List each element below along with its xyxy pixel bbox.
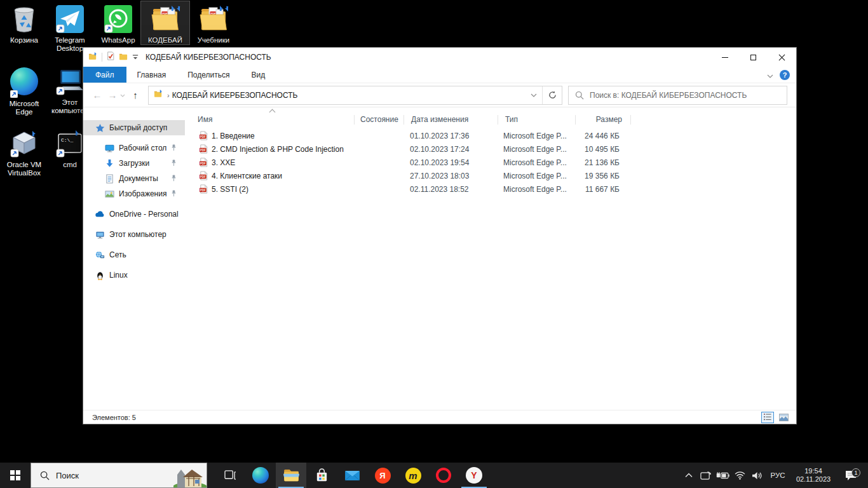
tab-home[interactable]: Главная <box>126 67 177 83</box>
tab-file[interactable]: Файл <box>83 67 126 83</box>
action-center-button[interactable]: 1 <box>837 470 864 481</box>
desktop-icon-whatsapp[interactable]: WhatsApp <box>94 4 142 44</box>
taskbar-explorer-button[interactable] <box>276 463 306 488</box>
ribbon-collapse-icon[interactable] <box>767 69 773 81</box>
cmd-prompt-art: C:\_ <box>61 137 73 143</box>
taskbar-store-button[interactable] <box>306 463 337 488</box>
column-headers: Имя Состояние Дата изменения Тип Размер <box>191 112 791 126</box>
column-header-status[interactable]: Состояние <box>355 115 403 124</box>
file-type: Microsoft Edge P... <box>496 172 573 180</box>
taskbar-opera-button[interactable] <box>428 463 459 488</box>
tray-expand-icon[interactable] <box>681 463 696 488</box>
nav-desktop[interactable]: Рабочий стол <box>83 140 185 156</box>
back-button[interactable]: ← <box>90 90 105 100</box>
qa-properties-icon[interactable] <box>106 51 115 63</box>
wifi-icon[interactable] <box>732 463 748 488</box>
explorer-window: КОДЕБАЙ КИБЕРБЕЗОПАСНОСТЬ Файл Главная П… <box>83 47 797 424</box>
column-header-size[interactable]: Размер <box>576 115 630 124</box>
tab-share[interactable]: Поделиться <box>177 67 240 83</box>
nav-onedrive[interactable]: OneDrive - Personal <box>83 207 185 222</box>
yandex-browser-icon: Y <box>466 467 482 484</box>
nav-linux[interactable]: Linux <box>83 268 185 283</box>
desktop-icon-label: Корзина <box>0 36 48 44</box>
desktop-icon-recycle-bin[interactable]: Корзина <box>0 4 48 44</box>
close-button[interactable] <box>768 48 796 67</box>
file-row[interactable]: 1. Введение 01.10.2023 17:36 Microsoft E… <box>191 129 791 142</box>
display-sync-icon[interactable] <box>698 463 714 488</box>
start-button[interactable] <box>0 463 31 488</box>
taskbar-mail-button[interactable] <box>337 463 367 488</box>
column-header-modified[interactable]: Дата изменения <box>404 115 498 124</box>
explorer-search-input[interactable]: Поиск в: КОДЕБАЙ КИБЕРБЕЗОПАСНОСТЬ <box>568 86 787 105</box>
file-modified: 27.10.2023 18:03 <box>403 172 496 180</box>
pin-icon <box>170 144 177 153</box>
nav-this-pc[interactable]: Этот компьютер <box>83 227 185 242</box>
qa-folder-icon[interactable] <box>119 51 128 64</box>
taskbar-m-app-button[interactable]: m <box>398 463 428 488</box>
refresh-icon[interactable] <box>543 91 562 99</box>
forward-button[interactable]: → <box>105 90 120 100</box>
details-view-button[interactable] <box>761 412 774 423</box>
help-icon[interactable]: ? <box>780 70 790 80</box>
file-size: 10 495 КБ <box>573 145 628 154</box>
file-modified: 01.10.2023 17:36 <box>403 132 496 140</box>
breadcrumb[interactable]: КОДЕБАЙ КИБЕРБЕЗОПАСНОСТЬ <box>172 91 298 100</box>
nav-documents[interactable]: Документы <box>83 171 185 186</box>
whatsapp-icon <box>103 4 133 34</box>
file-row[interactable]: 2. CMD Injection & PHP Code Injection 02… <box>191 142 791 156</box>
desktop-icon-uchebniki[interactable]: Учебники <box>189 4 238 44</box>
taskbar-yandex-button[interactable]: Я <box>367 463 398 488</box>
pdf-file-icon <box>199 144 208 154</box>
title-bar: КОДЕБАЙ КИБЕРБЕЗОПАСНОСТЬ <box>83 48 796 67</box>
computer-icon <box>55 66 85 97</box>
task-view-button[interactable] <box>215 463 245 488</box>
breadcrumb-chevron: › <box>167 92 170 99</box>
volume-icon[interactable] <box>749 463 765 488</box>
maximize-button[interactable] <box>739 48 768 67</box>
tab-view[interactable]: Вид <box>240 67 276 83</box>
desktop-icon-virtualbox[interactable]: Oracle VM VirtualBox <box>0 128 48 177</box>
file-row[interactable]: 3. XXE 02.10.2023 19:54 Microsoft Edge P… <box>191 156 791 169</box>
nav-label: Рабочий стол <box>119 144 166 152</box>
picture-icon <box>104 189 114 199</box>
desktop-icon-telegram[interactable]: Telegram Desktop <box>46 4 94 53</box>
taskbar: Поиск <box>0 463 868 488</box>
taskbar-yandex-browser-button[interactable]: Y <box>459 463 489 488</box>
language-indicator[interactable]: РУС <box>766 471 789 479</box>
nav-downloads[interactable]: Загрузки <box>83 156 185 171</box>
file-row[interactable]: 4. Клиентские атаки 27.10.2023 18:03 Mic… <box>191 169 791 182</box>
address-bar[interactable]: › КОДЕБАЙ КИБЕРБЕЗОПАСНОСТЬ <box>148 86 562 105</box>
column-header-name[interactable]: Имя <box>191 115 354 124</box>
file-size: 11 667 КБ <box>573 185 628 194</box>
history-dropdown-icon[interactable] <box>120 92 128 98</box>
file-list-area: Имя Состояние Дата изменения Тип Размер … <box>191 107 796 410</box>
nav-quick-access[interactable]: Быстрый доступ <box>83 120 185 135</box>
thumbnails-view-button[interactable] <box>777 412 790 423</box>
taskbar-edge-button[interactable] <box>245 463 276 488</box>
qa-customize-icon[interactable] <box>132 51 139 63</box>
nav-pictures[interactable]: Изображения <box>83 186 185 201</box>
taskbar-search-input[interactable]: Поиск <box>31 463 207 488</box>
file-modified: 02.11.2023 18:52 <box>403 185 496 194</box>
explorer-icon <box>283 468 300 483</box>
minimize-button[interactable] <box>710 48 739 67</box>
desktop-icon-label: Учебники <box>189 36 238 44</box>
taskbar-clock[interactable]: 19:54 02.11.2023 <box>790 467 836 484</box>
m-app-icon: m <box>405 468 421 484</box>
nav-network[interactable]: Сеть <box>83 247 185 262</box>
address-dropdown-icon[interactable] <box>526 92 542 98</box>
pdf-file-icon <box>199 171 208 180</box>
column-header-type[interactable]: Тип <box>498 115 575 124</box>
qa-new-folder-icon[interactable] <box>88 51 98 64</box>
pin-icon <box>170 190 177 199</box>
battery-icon[interactable] <box>715 463 731 488</box>
window-title: КОДЕБАЙ КИБЕРБЕЗОПАСНОСТЬ <box>146 53 710 62</box>
file-row[interactable]: 5. SSTI (2) 02.11.2023 18:52 Microsoft E… <box>191 182 791 196</box>
desktop-icon-kodebay[interactable]: КОДЕБАЙ <box>141 1 189 44</box>
nav-label: Документы <box>119 174 158 183</box>
windows-logo-icon <box>10 470 20 480</box>
nav-label: Быстрый доступ <box>109 123 167 132</box>
item-count: Элементов: 5 <box>83 414 136 421</box>
desktop-icon-edge[interactable]: Microsoft Edge <box>0 66 48 116</box>
up-button[interactable]: ↑ <box>128 90 143 100</box>
